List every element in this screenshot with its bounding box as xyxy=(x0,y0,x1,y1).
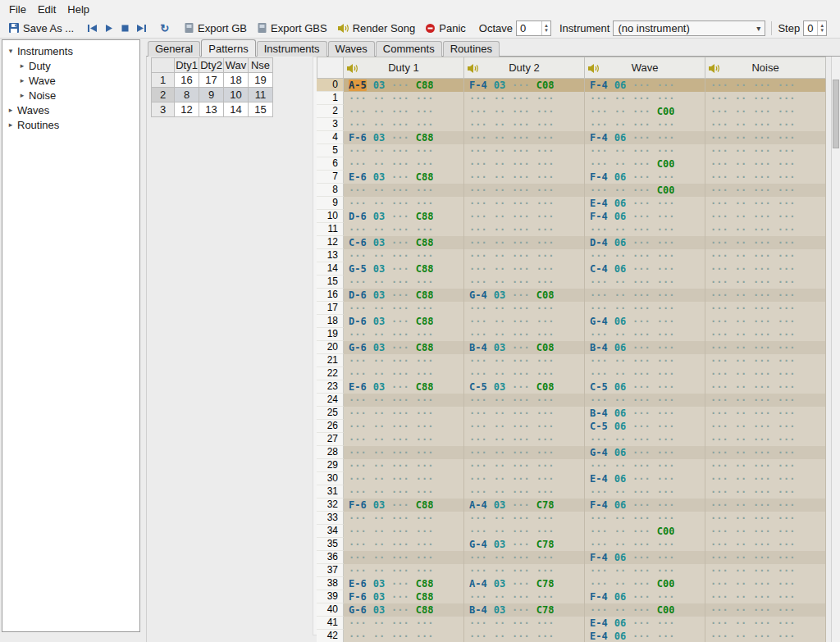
cell-r34-c1[interactable]: ··········· xyxy=(464,525,585,538)
cell-r32-c3[interactable]: ··········· xyxy=(705,499,826,512)
cell-r15-c1[interactable]: ··········· xyxy=(464,275,585,289)
cell-r16-c0[interactable]: D-603···C88 xyxy=(344,289,464,302)
cell-r11-c0[interactable]: ··········· xyxy=(344,223,464,236)
cell-r29-c3[interactable]: ··········· xyxy=(705,459,826,472)
cell-r14-c2[interactable]: C-406······ xyxy=(585,262,705,275)
cell-r19-c3[interactable]: ··········· xyxy=(705,328,826,341)
cell-r12-c1[interactable]: ··········· xyxy=(464,236,585,249)
cell-r4-c2[interactable]: F-406······ xyxy=(585,131,705,144)
order-row-header[interactable]: 1 xyxy=(152,73,175,88)
cell-r26-c0[interactable]: ··········· xyxy=(344,420,464,433)
cell-r14-c0[interactable]: G-503···C88 xyxy=(344,262,464,275)
cell-r42-c2[interactable]: E-406······ xyxy=(585,630,705,642)
menu-help[interactable]: Help xyxy=(62,2,95,17)
cell-r4-c3[interactable]: ··········· xyxy=(705,131,826,144)
cell-r28-c1[interactable]: ··········· xyxy=(464,446,585,459)
cell-r24-c2[interactable]: ··········· xyxy=(585,394,705,407)
scrollbar-thumb[interactable] xyxy=(833,80,839,148)
cell-r38-c1[interactable]: A-403···C78 xyxy=(464,577,585,590)
order-cell[interactable]: 17 xyxy=(199,73,224,88)
cell-r12-c2[interactable]: D-406······ xyxy=(585,236,705,249)
cell-r17-c0[interactable]: ··········· xyxy=(344,302,464,315)
cell-r2-c0[interactable]: ··········· xyxy=(344,105,464,118)
cell-r13-c2[interactable]: ··········· xyxy=(585,249,705,262)
cell-r23-c2[interactable]: C-506······ xyxy=(585,380,705,394)
tracker-scrollbar[interactable] xyxy=(831,57,840,642)
sidebar-item-duty[interactable]: ▸Duty xyxy=(2,58,139,73)
cell-r6-c0[interactable]: ··········· xyxy=(344,157,464,171)
render-song-button[interactable]: Render Song xyxy=(332,20,421,36)
cell-r21-c3[interactable]: ··········· xyxy=(705,354,826,367)
cell-r18-c2[interactable]: G-406······ xyxy=(585,315,705,328)
cell-r40-c3[interactable]: ··········· xyxy=(705,603,826,617)
cell-r0-c1[interactable]: F-403···C08 xyxy=(464,79,585,92)
cell-r7-c1[interactable]: ··········· xyxy=(464,171,585,184)
cell-r30-c0[interactable]: ··········· xyxy=(344,472,464,485)
channel-header-noise[interactable]: Noise xyxy=(705,57,826,79)
cell-r39-c3[interactable]: ··········· xyxy=(705,590,826,603)
export-gb-button[interactable]: Export GB xyxy=(179,20,252,36)
cell-r32-c1[interactable]: A-403···C78 xyxy=(464,499,585,512)
cell-r25-c3[interactable]: ··········· xyxy=(705,407,826,420)
cell-r34-c3[interactable]: ··········· xyxy=(705,525,826,538)
cell-r26-c3[interactable]: ··········· xyxy=(705,420,826,433)
stop-button[interactable] xyxy=(117,23,133,34)
cell-r41-c0[interactable]: ··········· xyxy=(344,617,464,630)
cell-r31-c1[interactable]: ··········· xyxy=(464,485,585,499)
cell-r3-c0[interactable]: ··········· xyxy=(344,118,464,131)
cell-r15-c0[interactable]: ··········· xyxy=(344,275,464,289)
cell-r22-c1[interactable]: ··········· xyxy=(464,367,585,380)
cell-r41-c3[interactable]: ··········· xyxy=(705,617,826,630)
cell-r13-c1[interactable]: ··········· xyxy=(464,249,585,262)
cell-r13-c3[interactable]: ··········· xyxy=(705,249,826,262)
cell-r1-c1[interactable]: ··········· xyxy=(464,92,585,105)
cell-r40-c1[interactable]: B-403···C78 xyxy=(464,603,585,617)
cell-r1-c0[interactable]: ··········· xyxy=(344,92,464,105)
cell-r33-c2[interactable]: ··········· xyxy=(585,512,705,525)
cell-r38-c2[interactable]: ········C00 xyxy=(585,577,705,590)
cell-r20-c1[interactable]: B-403···C08 xyxy=(464,341,585,354)
cell-r0-c0[interactable]: A-503···C88 xyxy=(344,79,464,92)
cell-r20-c2[interactable]: B-406······ xyxy=(585,341,705,354)
cell-r11-c3[interactable]: ··········· xyxy=(705,223,826,236)
cell-r30-c1[interactable]: ··········· xyxy=(464,472,585,485)
cell-r18-c0[interactable]: D-603···C88 xyxy=(344,315,464,328)
tab-comments[interactable]: Comments xyxy=(376,41,442,57)
cell-r39-c2[interactable]: F-406······ xyxy=(585,590,705,603)
channel-header-duty-1[interactable]: Duty 1 xyxy=(344,57,464,79)
export-gbs-button[interactable]: Export GBS xyxy=(252,20,332,36)
cell-r37-c3[interactable]: ··········· xyxy=(705,564,826,577)
cell-r18-c3[interactable]: ··········· xyxy=(705,315,826,328)
chevron-right-icon[interactable]: ▸ xyxy=(17,76,27,84)
cell-r5-c1[interactable]: ··········· xyxy=(464,144,585,157)
chevron-right-icon[interactable]: ▸ xyxy=(6,121,16,129)
panic-button[interactable]: Panic xyxy=(420,20,471,36)
cell-r10-c1[interactable]: ··········· xyxy=(464,210,585,223)
order-row-header[interactable]: 3 xyxy=(152,102,175,117)
order-cell[interactable]: 10 xyxy=(224,88,249,102)
cell-r1-c3[interactable]: ··········· xyxy=(705,92,826,105)
cell-r0-c2[interactable]: F-406······ xyxy=(585,79,705,92)
cell-r33-c0[interactable]: ··········· xyxy=(344,512,464,525)
cell-r22-c3[interactable]: ··········· xyxy=(705,367,826,380)
cell-r41-c2[interactable]: E-406······ xyxy=(585,617,705,630)
channel-header-wave[interactable]: Wave xyxy=(585,57,705,79)
cell-r24-c0[interactable]: ··········· xyxy=(344,394,464,407)
cell-r14-c3[interactable]: ··········· xyxy=(705,262,826,275)
cell-r32-c2[interactable]: F-406······ xyxy=(585,499,705,512)
cell-r34-c0[interactable]: ··········· xyxy=(344,525,464,538)
cell-r9-c3[interactable]: ··········· xyxy=(705,197,826,210)
cell-r3-c3[interactable]: ··········· xyxy=(705,118,826,131)
cell-r28-c2[interactable]: G-406······ xyxy=(585,446,705,459)
order-cell[interactable]: 13 xyxy=(199,102,224,117)
cell-r42-c3[interactable]: ··········· xyxy=(705,630,826,642)
cell-r31-c0[interactable]: ··········· xyxy=(344,485,464,499)
cell-r39-c1[interactable]: ··········· xyxy=(464,590,585,603)
cell-r1-c2[interactable]: ··········· xyxy=(585,92,705,105)
cell-r9-c2[interactable]: E-406······ xyxy=(585,197,705,210)
cell-r20-c0[interactable]: G-603···C88 xyxy=(344,341,464,354)
cell-r2-c3[interactable]: ··········· xyxy=(705,105,826,118)
cell-r40-c0[interactable]: G-603···C88 xyxy=(344,603,464,617)
cell-r21-c2[interactable]: ··········· xyxy=(585,354,705,367)
cell-r10-c0[interactable]: D-603···C88 xyxy=(344,210,464,223)
